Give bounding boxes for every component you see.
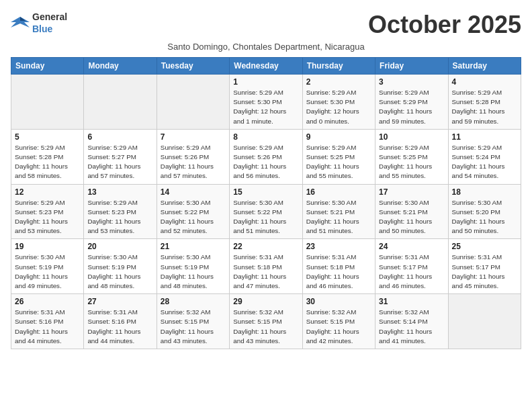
day-number: 25 — [452, 242, 517, 251]
day-number: 17 — [379, 187, 444, 197]
calendar-cell: 24Sunrise: 5:31 AM Sunset: 5:17 PM Dayli… — [375, 239, 448, 294]
day-info: Sunrise: 5:30 AM Sunset: 5:19 PM Dayligh… — [161, 253, 226, 291]
calendar-cell: 11Sunrise: 5:29 AM Sunset: 5:24 PM Dayli… — [448, 129, 521, 184]
calendar-cell: 16Sunrise: 5:30 AM Sunset: 5:21 PM Dayli… — [302, 184, 375, 239]
calendar-cell: 9Sunrise: 5:29 AM Sunset: 5:25 PM Daylig… — [302, 129, 375, 184]
calendar-cell: 26Sunrise: 5:31 AM Sunset: 5:16 PM Dayli… — [11, 294, 84, 349]
calendar-cell: 19Sunrise: 5:30 AM Sunset: 5:19 PM Dayli… — [11, 239, 84, 294]
day-info: Sunrise: 5:29 AM Sunset: 5:26 PM Dayligh… — [233, 143, 298, 181]
day-number: 1 — [233, 77, 298, 87]
day-info: Sunrise: 5:29 AM Sunset: 5:30 PM Dayligh… — [306, 88, 371, 126]
day-of-week-header: Tuesday — [157, 58, 229, 75]
day-number: 15 — [233, 187, 298, 197]
calendar-cell: 15Sunrise: 5:30 AM Sunset: 5:22 PM Dayli… — [230, 184, 302, 239]
day-number: 26 — [15, 297, 80, 306]
day-info: Sunrise: 5:31 AM Sunset: 5:17 PM Dayligh… — [379, 253, 444, 291]
calendar-cell: 10Sunrise: 5:29 AM Sunset: 5:25 PM Dayli… — [375, 129, 448, 184]
calendar-cell: 25Sunrise: 5:31 AM Sunset: 5:17 PM Dayli… — [448, 239, 521, 294]
calendar-table: SundayMondayTuesdayWednesdayThursdayFrid… — [11, 57, 521, 349]
calendar-cell: 29Sunrise: 5:32 AM Sunset: 5:15 PM Dayli… — [230, 294, 302, 349]
day-number: 14 — [161, 187, 226, 197]
day-of-week-header: Friday — [375, 58, 448, 75]
day-info: Sunrise: 5:29 AM Sunset: 5:29 PM Dayligh… — [379, 88, 444, 126]
day-info: Sunrise: 5:29 AM Sunset: 5:25 PM Dayligh… — [379, 143, 444, 181]
day-number: 10 — [379, 132, 444, 142]
logo-icon — [11, 15, 30, 30]
logo: General Blue — [11, 11, 67, 35]
day-number: 5 — [15, 132, 80, 142]
day-number: 20 — [87, 242, 152, 251]
calendar-cell: 4Sunrise: 5:29 AM Sunset: 5:28 PM Daylig… — [448, 75, 521, 130]
calendar-cell: 17Sunrise: 5:30 AM Sunset: 5:21 PM Dayli… — [375, 184, 448, 239]
calendar-cell: 31Sunrise: 5:32 AM Sunset: 5:14 PM Dayli… — [375, 294, 448, 349]
day-number: 6 — [87, 132, 152, 142]
subtitle: Santo Domingo, Chontales Department, Nic… — [11, 42, 521, 52]
day-info: Sunrise: 5:31 AM Sunset: 5:16 PM Dayligh… — [87, 308, 152, 346]
day-number: 11 — [452, 132, 517, 142]
calendar-cell: 14Sunrise: 5:30 AM Sunset: 5:22 PM Dayli… — [157, 184, 229, 239]
day-number: 3 — [379, 77, 444, 87]
calendar-cell — [84, 75, 157, 130]
calendar-cell: 1Sunrise: 5:29 AM Sunset: 5:30 PM Daylig… — [230, 75, 302, 130]
logo-general-text: General — [32, 11, 67, 22]
day-info: Sunrise: 5:30 AM Sunset: 5:22 PM Dayligh… — [161, 198, 226, 236]
day-info: Sunrise: 5:30 AM Sunset: 5:19 PM Dayligh… — [87, 253, 152, 291]
day-number: 30 — [306, 297, 371, 306]
day-info: Sunrise: 5:31 AM Sunset: 5:17 PM Dayligh… — [452, 253, 517, 291]
day-info: Sunrise: 5:32 AM Sunset: 5:14 PM Dayligh… — [379, 308, 444, 346]
day-number: 31 — [379, 297, 444, 306]
calendar-cell: 18Sunrise: 5:30 AM Sunset: 5:20 PM Dayli… — [448, 184, 521, 239]
day-info: Sunrise: 5:30 AM Sunset: 5:21 PM Dayligh… — [379, 198, 444, 236]
day-info: Sunrise: 5:32 AM Sunset: 5:15 PM Dayligh… — [306, 308, 371, 346]
day-of-week-header: Thursday — [302, 58, 375, 75]
day-info: Sunrise: 5:29 AM Sunset: 5:30 PM Dayligh… — [233, 88, 298, 126]
calendar-cell: 28Sunrise: 5:32 AM Sunset: 5:15 PM Dayli… — [157, 294, 229, 349]
logo-blue-text: Blue — [32, 24, 52, 34]
day-of-week-header: Monday — [84, 58, 157, 75]
calendar-cell: 20Sunrise: 5:30 AM Sunset: 5:19 PM Dayli… — [84, 239, 157, 294]
day-info: Sunrise: 5:32 AM Sunset: 5:15 PM Dayligh… — [233, 308, 298, 346]
calendar-cell: 12Sunrise: 5:29 AM Sunset: 5:23 PM Dayli… — [11, 184, 84, 239]
day-info: Sunrise: 5:31 AM Sunset: 5:18 PM Dayligh… — [306, 253, 371, 291]
day-info: Sunrise: 5:29 AM Sunset: 5:28 PM Dayligh… — [15, 143, 80, 181]
day-number: 7 — [161, 132, 226, 142]
calendar-cell: 30Sunrise: 5:32 AM Sunset: 5:15 PM Dayli… — [302, 294, 375, 349]
day-info: Sunrise: 5:30 AM Sunset: 5:21 PM Dayligh… — [306, 198, 371, 236]
day-of-week-header: Sunday — [11, 58, 84, 75]
calendar-cell: 5Sunrise: 5:29 AM Sunset: 5:28 PM Daylig… — [11, 129, 84, 184]
day-number: 29 — [233, 297, 298, 306]
calendar-cell: 13Sunrise: 5:29 AM Sunset: 5:23 PM Dayli… — [84, 184, 157, 239]
day-info: Sunrise: 5:29 AM Sunset: 5:27 PM Dayligh… — [87, 143, 152, 181]
day-number: 27 — [87, 297, 152, 306]
day-info: Sunrise: 5:29 AM Sunset: 5:23 PM Dayligh… — [87, 198, 152, 236]
day-info: Sunrise: 5:29 AM Sunset: 5:24 PM Dayligh… — [452, 143, 517, 181]
calendar-cell: 22Sunrise: 5:31 AM Sunset: 5:18 PM Dayli… — [230, 239, 302, 294]
day-number: 19 — [15, 242, 80, 251]
day-info: Sunrise: 5:32 AM Sunset: 5:15 PM Dayligh… — [161, 308, 226, 346]
calendar-cell: 2Sunrise: 5:29 AM Sunset: 5:30 PM Daylig… — [302, 75, 375, 130]
day-number: 2 — [306, 77, 371, 87]
day-info: Sunrise: 5:29 AM Sunset: 5:26 PM Dayligh… — [161, 143, 226, 181]
day-number: 24 — [379, 242, 444, 251]
calendar-cell: 3Sunrise: 5:29 AM Sunset: 5:29 PM Daylig… — [375, 75, 448, 130]
calendar-cell — [448, 294, 521, 349]
day-number: 12 — [15, 187, 80, 197]
calendar-cell — [157, 75, 229, 130]
calendar-cell: 6Sunrise: 5:29 AM Sunset: 5:27 PM Daylig… — [84, 129, 157, 184]
day-info: Sunrise: 5:31 AM Sunset: 5:18 PM Dayligh… — [233, 253, 298, 291]
page-header: General Blue October 2025 — [11, 11, 521, 39]
calendar-cell: 7Sunrise: 5:29 AM Sunset: 5:26 PM Daylig… — [157, 129, 229, 184]
calendar-cell — [11, 75, 84, 130]
day-info: Sunrise: 5:30 AM Sunset: 5:20 PM Dayligh… — [452, 198, 517, 236]
day-number: 21 — [161, 242, 226, 251]
calendar-cell: 8Sunrise: 5:29 AM Sunset: 5:26 PM Daylig… — [230, 129, 302, 184]
calendar-cell: 21Sunrise: 5:30 AM Sunset: 5:19 PM Dayli… — [157, 239, 229, 294]
day-info: Sunrise: 5:29 AM Sunset: 5:28 PM Dayligh… — [452, 88, 517, 126]
day-number: 9 — [306, 132, 371, 142]
day-number: 16 — [306, 187, 371, 197]
day-of-week-header: Wednesday — [230, 58, 302, 75]
day-number: 23 — [306, 242, 371, 251]
day-number: 28 — [161, 297, 226, 306]
day-info: Sunrise: 5:30 AM Sunset: 5:19 PM Dayligh… — [15, 253, 80, 291]
calendar-cell: 27Sunrise: 5:31 AM Sunset: 5:16 PM Dayli… — [84, 294, 157, 349]
